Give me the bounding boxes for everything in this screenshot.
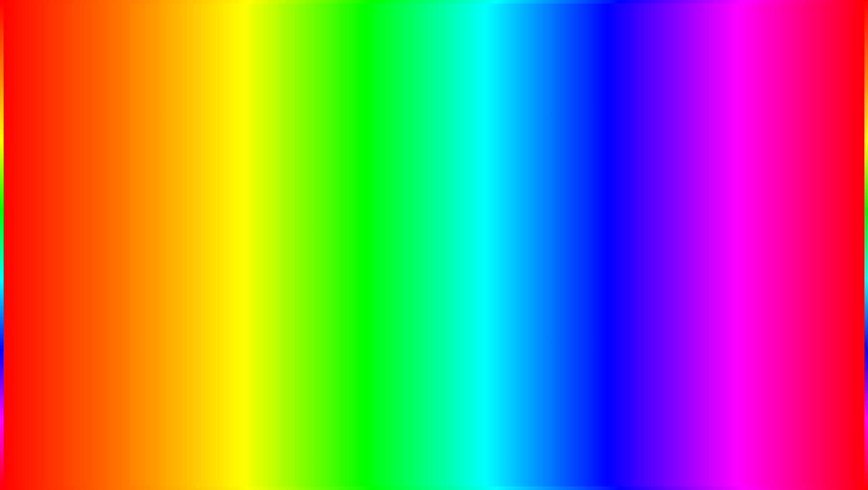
- nav-label-island: Island/ESP: [53, 220, 79, 227]
- nav-icon-help: 🔴: [43, 191, 50, 198]
- checkbox-kill-aura[interactable]: ✓: [823, 244, 831, 252]
- checkbox-custom-mode[interactable]: ✓: [251, 202, 259, 210]
- nav-item-devilfruit[interactable]: 🔴 Devil Fruit: [37, 259, 86, 274]
- bottom-text-container: AUTO FARM SCRIPT PASTEBIN: [172, 432, 696, 481]
- right-nav-main[interactable]: Main: [630, 188, 680, 202]
- kill-aura-label: Kill Aura: [685, 245, 707, 251]
- logo-container: 💀 BLOX FRUITS: [774, 365, 832, 454]
- right-panel-content: Raid Select Chip Dough ∧ Buy Chip ⚙ Star…: [680, 166, 836, 292]
- fruits-text: FRUITS: [774, 437, 832, 454]
- select-chip-label: Select Chip: [688, 188, 718, 195]
- pastebin-text: PASTEBIN: [550, 440, 696, 473]
- nav-icon-devilfruit: 🔴: [43, 263, 50, 270]
- nav-label-devilfruit: Devil Fruit: [53, 263, 77, 270]
- nav-label-founder: Founder & Dev: [53, 171, 82, 184]
- string-left: [26, 111, 685, 113]
- nav-item-combat[interactable]: Combat/PVP: [37, 231, 86, 245]
- nav-item-help[interactable]: 🔴 Help: [37, 187, 86, 202]
- auto-select-doungeon-label: Auto Select Doungeon: [685, 231, 743, 237]
- character: [389, 316, 479, 441]
- buy-chip-row: Buy Chip ⚙: [683, 201, 832, 214]
- right-nav-icon-gold: [636, 249, 643, 256]
- nav-label-help: Help: [53, 192, 64, 198]
- close-button[interactable]: ✕: [824, 156, 832, 163]
- nav-label-shop: Shop: [53, 249, 65, 255]
- skull-circle: 💀: [774, 365, 828, 419]
- left-panel-header: Grape Hub Gen 2.3: [37, 154, 264, 166]
- nav-label-combat: Combat/PVP: [53, 235, 84, 241]
- nav-icon-island: [43, 220, 50, 227]
- left-panel: Grape Hub Gen 2.3 🔴 Founder & Dev 🔴 Help…: [36, 153, 265, 293]
- right-nav-gold[interactable]: Gold: [630, 245, 680, 260]
- option-custom-selected-mode[interactable]: Use Custom Selected Mode ✓: [90, 199, 260, 213]
- option-main-farm-label: Main Farm: [92, 189, 120, 196]
- panel-controls: — ✕: [814, 156, 832, 163]
- no-miss-skill-label: NO MISS SKILL: [49, 131, 215, 156]
- checkbox-unlock[interactable]: [251, 230, 259, 238]
- chip-value: Dough: [805, 188, 823, 195]
- option-auto-up-label: Auto Up...: [92, 217, 118, 223]
- right-nav-icon-founder: 🔴: [636, 174, 643, 182]
- script-text: SCRIPT: [434, 440, 541, 473]
- nav-icon-shop: [43, 249, 50, 256]
- option-auto-third-sea[interactable]: Auto Third Sea: [90, 241, 260, 254]
- right-nav-icon-main: [636, 192, 643, 199]
- nav-item-island[interactable]: Island/ESP: [37, 216, 86, 231]
- select-type-farm-value: Upper ∧: [235, 173, 256, 179]
- buy-chip-button[interactable]: ⚙: [820, 204, 831, 211]
- nav-icon-mainfarm: [43, 205, 50, 213]
- select-type-farm-dropdown[interactable]: Select Type Farm Upper ∧: [90, 169, 261, 183]
- option-unlock[interactable]: Unlock...: [90, 227, 260, 241]
- option-unlock-label: Unlock...: [92, 231, 115, 237]
- select-chip-dropdown[interactable]: Select Chip Dough ∧: [683, 185, 832, 198]
- right-nav-combat[interactable]: Combat/PVP: [630, 231, 680, 245]
- checkbox-auto-next-island[interactable]: ✓: [823, 258, 831, 266]
- option-auto-third-sea-label: Auto Third Sea: [92, 244, 131, 250]
- nav-item-shop[interactable]: Shop: [37, 245, 86, 259]
- checkbox-auto-up[interactable]: [251, 216, 259, 224]
- nav-item-mainfarm[interactable]: Main Farm: [37, 202, 86, 216]
- left-panel-content: Select Type Farm Upper ∧ Main Farm Use C…: [86, 166, 264, 292]
- left-panel-title: Grape Hub Gen 2.3: [41, 156, 89, 163]
- minimize-button[interactable]: —: [814, 156, 821, 163]
- start-raid-button[interactable]: ⚙: [820, 217, 831, 224]
- option-ectoplasm-label: Ectoplasm: [92, 256, 120, 263]
- option-custom-selected-label: Use Custom Selected Mode: [93, 203, 166, 209]
- right-nav-label-island: Island/ESP: [646, 221, 672, 227]
- right-nav-label-farm: Farm: [646, 206, 658, 213]
- border-left: [0, 0, 4, 490]
- raid-label: Raid: [684, 172, 699, 179]
- right-nav-label-founder: Founder & Dev: [646, 172, 675, 184]
- right-nav-founder[interactable]: 🔴 Founder & Dev: [630, 168, 680, 188]
- chip-chevron-icon: ∧: [824, 189, 828, 194]
- right-nav-icon-farm: [636, 206, 643, 213]
- main-title-container: BLOX FRUITS: [162, 7, 706, 92]
- blox-fruits-logo: 💀 BLOX FRUITS: [774, 365, 832, 454]
- nav-item-sky[interactable]: 🖼️ Sky: [37, 274, 86, 288]
- right-panel-nav: 🔴 Founder & Dev Main Farm Island/ESP Com…: [630, 166, 680, 292]
- option-main-farm[interactable]: Main Farm: [90, 187, 260, 199]
- right-nav-label-gold: Gold: [646, 249, 657, 256]
- auto-next-island-row: Auto Next Island ✓: [683, 255, 832, 268]
- right-nav-label-combat: Combat/PVP: [646, 235, 677, 241]
- blox-text: BLOX: [774, 421, 832, 437]
- right-nav-farm[interactable]: Farm: [630, 202, 680, 217]
- right-panel-title: Grape Hub Gen 2.3: [635, 156, 682, 163]
- right-panel: Grape Hub Gen 2.3 — ✕ 🔴 Founder & Dev Ma…: [630, 153, 837, 293]
- right-nav-island[interactable]: Island/ESP: [630, 217, 680, 231]
- start-raid-row: Start Raid ⚙: [683, 214, 832, 227]
- option-ectoplasm[interactable]: Ectoplasm: [90, 254, 260, 266]
- right-nav-icon-island: [636, 220, 643, 227]
- checkbox-auto-doungeon[interactable]: [823, 230, 831, 238]
- start-raid-label: Start Raid: [685, 217, 711, 224]
- option-auto-up[interactable]: Auto Up...: [90, 213, 260, 227]
- nav-icon-combat: [43, 234, 50, 241]
- main-title-text: BLOX FRUITS: [162, 8, 706, 90]
- nav-icon-founder: 🔴: [43, 174, 50, 181]
- nav-item-founder[interactable]: 🔴 Founder & Dev: [37, 168, 86, 187]
- auto-next-island-label: Auto Next Island: [685, 258, 728, 265]
- border-right: [864, 0, 868, 490]
- raid-section-header: Raid: [683, 170, 832, 183]
- select-chip-value: Dough ∧: [805, 188, 828, 195]
- buy-chip-label: Buy Chip: [685, 204, 709, 211]
